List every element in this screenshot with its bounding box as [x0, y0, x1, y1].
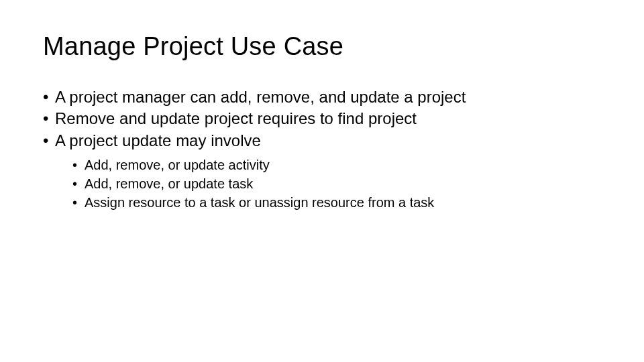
sub-bullet-list: Add, remove, or update activity Add, rem…	[55, 156, 601, 212]
list-item: Add, remove, or update activity	[72, 156, 601, 174]
sub-bullet-text: Add, remove, or update activity	[85, 158, 270, 172]
list-item: A project update may involve Add, remove…	[43, 130, 601, 212]
list-item: Remove and update project requires to fi…	[43, 108, 601, 129]
list-item: Assign resource to a task or unassign re…	[72, 193, 601, 212]
list-item: A project manager can add, remove, and u…	[43, 86, 601, 108]
slide-title: Manage Project Use Case	[43, 32, 601, 61]
bullet-text: A project manager can add, remove, and u…	[55, 88, 466, 106]
bullet-text: A project update may involve	[55, 131, 261, 149]
main-bullet-list: A project manager can add, remove, and u…	[43, 86, 601, 212]
sub-bullet-text: Add, remove, or update task	[85, 176, 253, 191]
list-item: Add, remove, or update task	[72, 174, 601, 193]
bullet-text: Remove and update project requires to fi…	[55, 109, 417, 127]
sub-bullet-text: Assign resource to a task or unassign re…	[85, 195, 434, 210]
